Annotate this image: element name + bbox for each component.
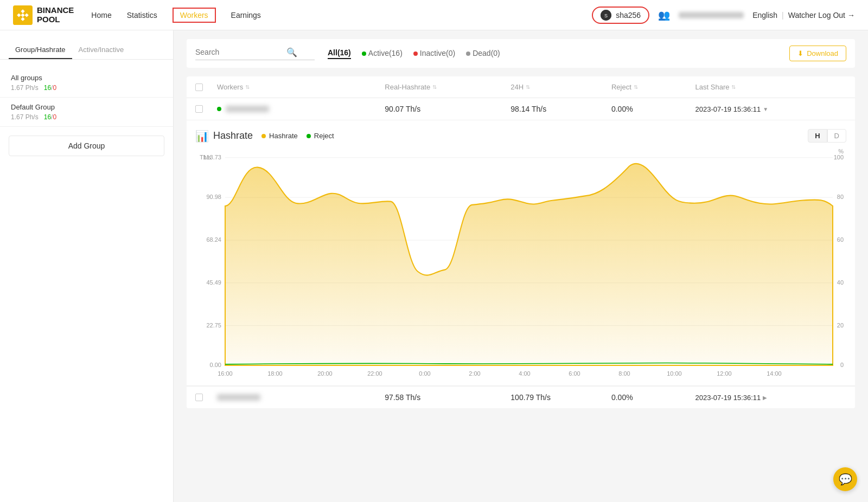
header-checkbox[interactable] xyxy=(195,83,203,91)
filter-tab-active[interactable]: Active(16) xyxy=(362,49,403,59)
logo[interactable]: BINANCE POOL xyxy=(13,5,74,25)
svg-text:60: 60 xyxy=(837,236,844,243)
workers-sort-icon[interactable]: ⇅ xyxy=(245,84,250,90)
svg-text:20:00: 20:00 xyxy=(317,370,333,377)
legend-hashrate-dot xyxy=(261,134,266,138)
sidebar-tab-group-hashrate[interactable]: Group/Hashrate xyxy=(9,41,72,59)
chart-section: 📊 Hashrate Hashrate Reject xyxy=(187,120,855,386)
row2-worker-cell xyxy=(217,394,385,401)
sidebar-group-all: All groups 1.67 Ph/s 16/0 xyxy=(0,68,173,98)
svg-text:0:00: 0:00 xyxy=(419,370,430,377)
row1-checkbox[interactable] xyxy=(195,105,203,113)
table-row: 97.58 Th/s 100.79 Th/s 0.00% 2023-07-19 … xyxy=(187,386,855,408)
search-box: 🔍 xyxy=(195,47,315,60)
row1-last-share: 2023-07-19 15:36:11 ▼ xyxy=(695,105,846,113)
content: 🔍 All(16) Active(16) Inactive(0) Dead(0)… xyxy=(174,30,868,502)
sidebar-group-default: Default Group 1.67 Ph/s 16/0 xyxy=(0,98,173,127)
row1-worker-cell xyxy=(217,106,385,112)
row1-hashrate: 90.07 Th/s xyxy=(385,105,510,113)
workers-table: Workers ⇅ Real-Hashrate ⇅ 24H ⇅ Reject ⇅… xyxy=(187,76,855,408)
hashrate-sort-icon[interactable]: ⇅ xyxy=(432,84,437,90)
sidebar-group-default-active: 16 xyxy=(44,113,51,121)
chart-title: 📊 Hashrate xyxy=(195,130,253,143)
svg-text:10:00: 10:00 xyxy=(667,370,682,377)
chart-bar-icon: 📊 xyxy=(195,130,209,143)
period-btn-h[interactable]: H xyxy=(808,129,827,143)
active-dot xyxy=(362,52,366,56)
filter-tab-all[interactable]: All(16) xyxy=(328,48,351,59)
row2-last-share: 2023-07-19 15:36:11 ▶ xyxy=(695,394,846,402)
header-right: S sha256 👥 English | Watcher Log Out → xyxy=(592,7,855,24)
sidebar-tab-active-inactive[interactable]: Active/Inactive xyxy=(72,41,131,59)
svg-text:0: 0 xyxy=(840,362,844,368)
filter-tab-dead[interactable]: Dead(0) xyxy=(466,49,500,59)
account-icon: S xyxy=(601,10,611,21)
svg-text:16:00: 16:00 xyxy=(218,370,233,377)
last-share-sort-icon[interactable]: ⇅ xyxy=(731,84,736,90)
sidebar-group-default-inactive: 0 xyxy=(53,113,56,121)
download-icon: ⬇ xyxy=(797,49,803,57)
header-checkbox-cell xyxy=(195,83,217,91)
row1-reject: 0.00% xyxy=(611,105,695,113)
filter-tab-inactive[interactable]: Inactive(0) xyxy=(413,49,455,59)
24h-sort-icon[interactable]: ⇅ xyxy=(526,84,530,90)
svg-text:0.00: 0.00 xyxy=(210,362,221,368)
svg-text:45.49: 45.49 xyxy=(206,279,221,286)
main-layout: Group/Hashrate Active/Inactive All group… xyxy=(0,30,868,502)
main-nav: Home Statistics Workers Earnings xyxy=(91,8,592,23)
sidebar: Group/Hashrate Active/Inactive All group… xyxy=(0,30,174,502)
chat-button[interactable]: 💬 xyxy=(833,467,857,491)
logout-button[interactable]: Watcher Log Out → xyxy=(788,11,855,20)
svg-text:2:00: 2:00 xyxy=(469,370,480,377)
chart-period-buttons: H D xyxy=(808,129,846,143)
period-btn-d[interactable]: D xyxy=(827,129,846,143)
lang-logout: English | Watcher Log Out → xyxy=(752,11,855,20)
sidebar-group-all-stats: 1.67 Ph/s 16/0 xyxy=(11,84,162,92)
row2-worker-name xyxy=(217,394,260,401)
row1-expand-icon[interactable]: ▼ xyxy=(763,106,768,112)
sidebar-group-all-inactive: 0 xyxy=(53,84,56,92)
nav-home[interactable]: Home xyxy=(91,9,111,22)
dead-dot xyxy=(466,52,470,56)
sidebar-group-default-stats: 1.67 Ph/s 16/0 xyxy=(11,113,162,121)
legend-reject-dot xyxy=(307,134,311,138)
filter-bar: 🔍 All(16) Active(16) Inactive(0) Dead(0)… xyxy=(187,39,855,68)
add-group-button[interactable]: Add Group xyxy=(9,136,164,156)
language-selector[interactable]: English xyxy=(752,11,777,20)
chart-area: 113.73 90.98 68.24 45.49 22.75 0.00 Th/s… xyxy=(195,149,846,377)
row1-worker-name xyxy=(226,106,269,112)
download-button[interactable]: ⬇ Download xyxy=(789,46,846,61)
svg-text:22.75: 22.75 xyxy=(206,321,221,328)
svg-text:6:00: 6:00 xyxy=(569,370,580,377)
svg-text:14:00: 14:00 xyxy=(767,370,782,377)
header-real-hashrate: Real-Hashrate ⇅ xyxy=(385,83,510,91)
search-icon: 🔍 xyxy=(286,47,297,57)
account-address xyxy=(679,12,744,18)
svg-text:90.98: 90.98 xyxy=(206,194,221,200)
sidebar-group-all-name: All groups xyxy=(11,74,162,82)
inactive-dot xyxy=(413,52,418,56)
svg-text:Th/s: Th/s xyxy=(200,154,212,160)
svg-text:12:00: 12:00 xyxy=(717,370,732,377)
nav-workers[interactable]: Workers xyxy=(173,8,216,23)
reject-sort-icon[interactable]: ⇅ xyxy=(634,84,638,90)
svg-text:%: % xyxy=(838,149,844,155)
header: BINANCE POOL Home Statistics Workers Ear… xyxy=(0,0,868,30)
row2-checkbox[interactable] xyxy=(195,394,203,401)
row2-expand-icon[interactable]: ▶ xyxy=(763,395,767,401)
search-input[interactable] xyxy=(195,48,282,56)
header-workers: Workers ⇅ xyxy=(217,83,385,91)
logout-icon: → xyxy=(847,11,855,20)
users-icon[interactable]: 👥 xyxy=(658,9,670,21)
sidebar-group-default-name: Default Group xyxy=(11,103,162,111)
chart-svg: 113.73 90.98 68.24 45.49 22.75 0.00 Th/s… xyxy=(195,149,846,377)
legend-hashrate: Hashrate xyxy=(261,132,298,140)
legend-reject: Reject xyxy=(307,132,334,140)
sha256-icon: S xyxy=(601,10,611,21)
filter-tabs: All(16) Active(16) Inactive(0) Dead(0) xyxy=(328,48,500,59)
logo-text: BINANCE POOL xyxy=(37,6,74,24)
account-name: sha256 xyxy=(616,11,641,20)
nav-statistics[interactable]: Statistics xyxy=(127,9,157,22)
account-badge[interactable]: S sha256 xyxy=(592,7,649,24)
nav-earnings[interactable]: Earnings xyxy=(231,9,261,22)
